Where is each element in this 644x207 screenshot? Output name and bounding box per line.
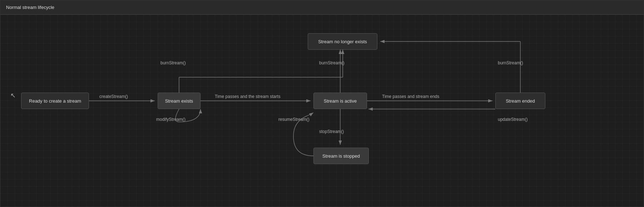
label-burn-stream-2: burnStream() xyxy=(319,60,345,65)
diagram-title: Normal stream lifecycle xyxy=(6,5,54,10)
node-stream-stopped: Stream is stopped xyxy=(313,148,369,164)
diagram-container: Normal stream lifecycle ↖ Ready to creat… xyxy=(0,0,644,207)
node-stream-no-longer: Stream no longer exists xyxy=(308,33,377,50)
label-modify-stream: modifyStream() xyxy=(156,117,185,122)
label-burn-stream-3: burnStream() xyxy=(498,60,523,65)
cursor-icon: ↖ xyxy=(10,92,16,99)
label-resume-stream: resumeStream() xyxy=(278,117,309,122)
node-stream-ended: Stream ended xyxy=(495,93,545,109)
node-ready: Ready to create a stream xyxy=(21,93,89,109)
label-create-stream: createStream() xyxy=(99,94,128,99)
label-time-passes-start: Time passes and the stream starts xyxy=(215,94,281,99)
label-update-stream: updateStream() xyxy=(498,117,527,122)
node-stream-exists: Stream exists xyxy=(158,93,200,109)
label-time-passes-end: Time passes and stream ends xyxy=(382,94,439,99)
node-stream-active: Stream is active xyxy=(313,93,367,109)
label-stop-stream: stopStream() xyxy=(319,129,344,134)
title-bar: Normal stream lifecycle xyxy=(0,0,644,15)
label-burn-stream-1: burnStream() xyxy=(160,60,186,65)
